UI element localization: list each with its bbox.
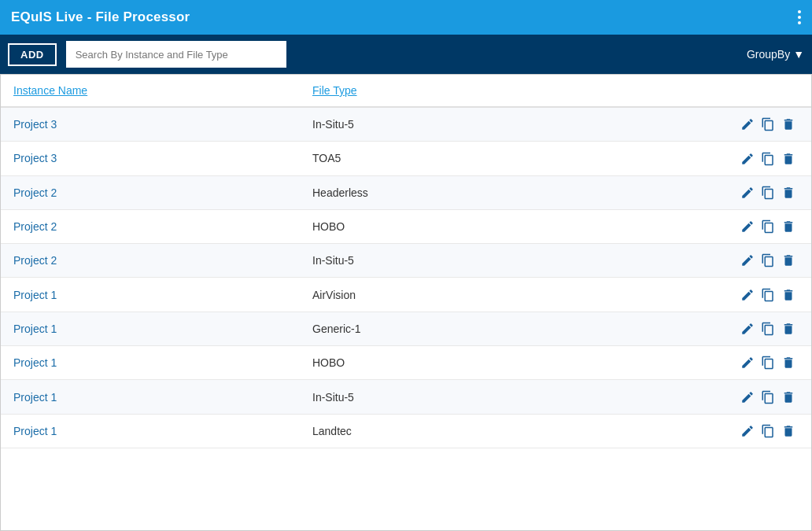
instance-name-link[interactable]: Project 1 <box>13 289 57 301</box>
delete-icon[interactable] <box>781 322 795 336</box>
file-type-cell: Generic-1 <box>300 312 709 345</box>
delete-icon[interactable] <box>781 356 795 370</box>
copy-icon[interactable] <box>761 152 775 166</box>
file-type-cell: HOBO <box>300 209 709 243</box>
table-row: Project 2Headerless <box>1 175 811 209</box>
edit-icon[interactable] <box>740 390 755 404</box>
app-title: EQuIS Live - File Processor <box>11 9 190 25</box>
delete-icon[interactable] <box>781 117 795 131</box>
edit-icon[interactable] <box>740 152 755 166</box>
actions-cell <box>709 346 811 380</box>
table-row: Project 1HOBO <box>1 346 811 380</box>
actions-cell <box>709 142 811 175</box>
instance-name-cell: Project 1 <box>1 312 300 345</box>
instance-name-link[interactable]: Project 3 <box>13 118 57 131</box>
data-table: Instance Name File Type Project 3In-Situ… <box>1 75 811 448</box>
instance-name-cell: Project 1 <box>1 346 300 380</box>
delete-icon[interactable] <box>781 253 795 267</box>
actions-cell <box>709 175 811 209</box>
file-type-cell: AirVision <box>300 278 709 312</box>
actions-cell <box>709 414 811 448</box>
copy-icon[interactable] <box>761 186 775 200</box>
delete-icon[interactable] <box>781 424 795 438</box>
copy-icon[interactable] <box>761 117 775 131</box>
edit-icon[interactable] <box>740 322 755 336</box>
table-header-row: Instance Name File Type <box>1 75 811 107</box>
instance-name-cell: Project 1 <box>1 414 300 448</box>
delete-icon[interactable] <box>781 152 795 166</box>
copy-icon[interactable] <box>761 390 775 404</box>
actions-cell <box>709 244 811 278</box>
instance-name-sort-link[interactable]: Instance Name <box>13 84 87 97</box>
table-row: Project 1In-Situ-5 <box>1 380 811 414</box>
edit-icon[interactable] <box>740 219 755 234</box>
instance-name-link[interactable]: Project 1 <box>13 356 57 369</box>
column-header-file-type: File Type <box>300 75 709 107</box>
copy-icon[interactable] <box>761 253 775 267</box>
instance-name-link[interactable]: Project 1 <box>13 425 57 437</box>
edit-icon[interactable] <box>740 186 755 200</box>
file-type-cell: In-Situ-5 <box>300 107 709 142</box>
edit-icon[interactable] <box>740 253 755 267</box>
groupby-label: GroupBy <box>747 48 790 61</box>
file-type-cell: Landtec <box>300 414 709 448</box>
table-row: Project 1Generic-1 <box>1 312 811 345</box>
instance-name-cell: Project 2 <box>1 244 300 278</box>
file-type-cell: Headerless <box>300 175 709 209</box>
file-type-cell: In-Situ-5 <box>300 244 709 278</box>
table-container: Instance Name File Type Project 3In-Situ… <box>0 74 812 531</box>
copy-icon[interactable] <box>761 219 775 234</box>
chevron-down-icon: ▼ <box>793 48 804 61</box>
groupby-dropdown[interactable]: GroupBy ▼ <box>747 48 804 61</box>
column-header-actions <box>709 75 811 107</box>
instance-name-link[interactable]: Project 2 <box>13 254 57 267</box>
table-row: Project 2HOBO <box>1 209 811 243</box>
column-header-instance-name: Instance Name <box>1 75 300 107</box>
copy-icon[interactable] <box>761 424 775 438</box>
table-row: Project 2In-Situ-5 <box>1 244 811 278</box>
instance-name-cell: Project 2 <box>1 175 300 209</box>
file-type-sort-link[interactable]: File Type <box>312 84 357 97</box>
instance-name-link[interactable]: Project 3 <box>13 152 57 164</box>
actions-cell <box>709 380 811 414</box>
toolbar: ADD GroupBy ▼ <box>0 35 812 74</box>
title-bar: EQuIS Live - File Processor <box>0 0 812 35</box>
instance-name-cell: Project 3 <box>1 107 300 142</box>
copy-icon[interactable] <box>761 356 775 370</box>
edit-icon[interactable] <box>740 288 755 302</box>
delete-icon[interactable] <box>781 219 795 234</box>
instance-name-link[interactable]: Project 2 <box>13 186 57 199</box>
edit-icon[interactable] <box>740 356 755 370</box>
table-row: Project 1Landtec <box>1 414 811 448</box>
add-button[interactable]: ADD <box>8 43 57 66</box>
instance-name-link[interactable]: Project 1 <box>13 323 57 335</box>
menu-icon[interactable] <box>798 10 801 24</box>
instance-name-cell: Project 1 <box>1 278 300 312</box>
edit-icon[interactable] <box>740 117 755 131</box>
actions-cell <box>709 107 811 142</box>
actions-cell <box>709 278 811 312</box>
table-row: Project 1AirVision <box>1 278 811 312</box>
search-input[interactable] <box>66 41 286 68</box>
file-type-cell: TOA5 <box>300 142 709 175</box>
edit-icon[interactable] <box>740 424 755 438</box>
instance-name-cell: Project 2 <box>1 209 300 243</box>
file-type-cell: In-Situ-5 <box>300 380 709 414</box>
table-row: Project 3In-Situ-5 <box>1 107 811 142</box>
actions-cell <box>709 209 811 243</box>
instance-name-cell: Project 1 <box>1 380 300 414</box>
delete-icon[interactable] <box>781 186 795 200</box>
actions-cell <box>709 312 811 345</box>
instance-name-link[interactable]: Project 1 <box>13 391 57 404</box>
copy-icon[interactable] <box>761 322 775 336</box>
table-row: Project 3TOA5 <box>1 142 811 175</box>
delete-icon[interactable] <box>781 288 795 302</box>
copy-icon[interactable] <box>761 288 775 302</box>
instance-name-cell: Project 3 <box>1 142 300 175</box>
instance-name-link[interactable]: Project 2 <box>13 220 57 233</box>
file-type-cell: HOBO <box>300 346 709 380</box>
delete-icon[interactable] <box>781 390 795 404</box>
